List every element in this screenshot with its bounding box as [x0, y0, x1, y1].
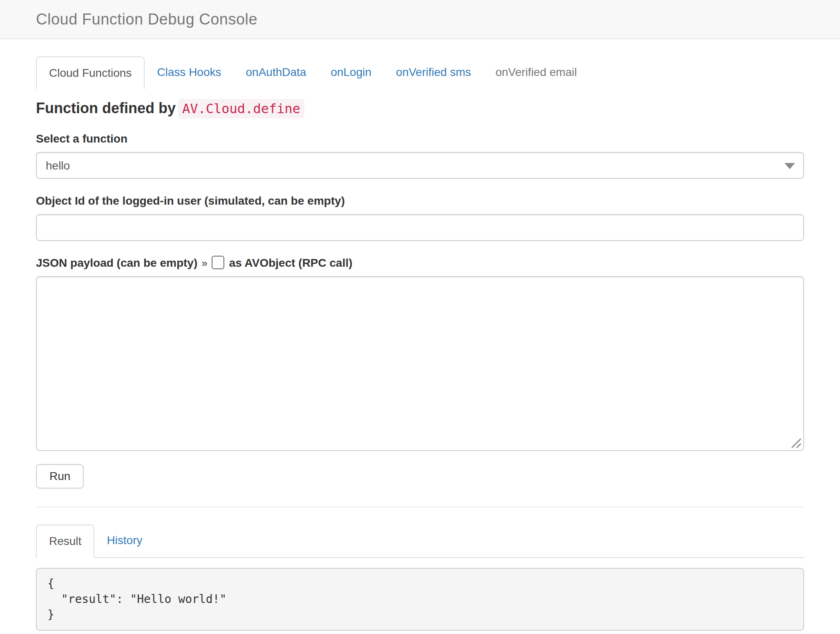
app-header: Cloud Function Debug Console [0, 0, 840, 39]
result-tabs: Result History [36, 525, 804, 558]
tab-onlogin[interactable]: onLogin [318, 56, 384, 89]
guillemet-separator: » [201, 257, 207, 269]
resize-handle-icon[interactable] [789, 435, 802, 449]
payload-label: JSON payload (can be empty)»as AVObject … [36, 257, 804, 270]
object-id-label: Object Id of the logged-in user (simulat… [36, 194, 804, 208]
function-select-wrap: hello [36, 152, 804, 179]
tab-onverified-sms[interactable]: onVerified sms [384, 56, 483, 89]
function-select-label: Select a function [36, 132, 804, 145]
object-id-input[interactable] [36, 214, 804, 241]
run-button[interactable]: Run [36, 464, 84, 489]
page-title: Cloud Function Debug Console [36, 11, 257, 28]
result-output: { "result": "Hello world!" } [36, 568, 804, 631]
payload-textarea-wrap [36, 276, 804, 451]
tab-onverified-email[interactable]: onVerified email [483, 56, 589, 89]
section-heading-code: AV.Cloud.define [178, 99, 304, 118]
section-heading: Function defined byAV.Cloud.define [36, 100, 804, 117]
as-avobject-checkbox[interactable] [212, 256, 224, 269]
section-divider [36, 507, 804, 507]
tab-cloud-functions[interactable]: Cloud Functions [36, 56, 145, 89]
tab-result[interactable]: Result [36, 525, 94, 558]
payload-checkbox-label: as AVObject (RPC call) [229, 257, 353, 269]
main-content: Cloud Functions Class Hooks onAuthData o… [36, 56, 804, 631]
tab-class-hooks[interactable]: Class Hooks [145, 56, 233, 89]
function-select[interactable]: hello [36, 152, 804, 179]
section-heading-text: Function defined by [36, 100, 176, 116]
debug-type-tabs: Cloud Functions Class Hooks onAuthData o… [36, 56, 804, 89]
payload-textarea[interactable] [36, 276, 804, 451]
tab-history[interactable]: History [94, 525, 154, 558]
payload-label-text: JSON payload (can be empty) [36, 257, 197, 269]
tab-onauthdata[interactable]: onAuthData [234, 56, 319, 89]
